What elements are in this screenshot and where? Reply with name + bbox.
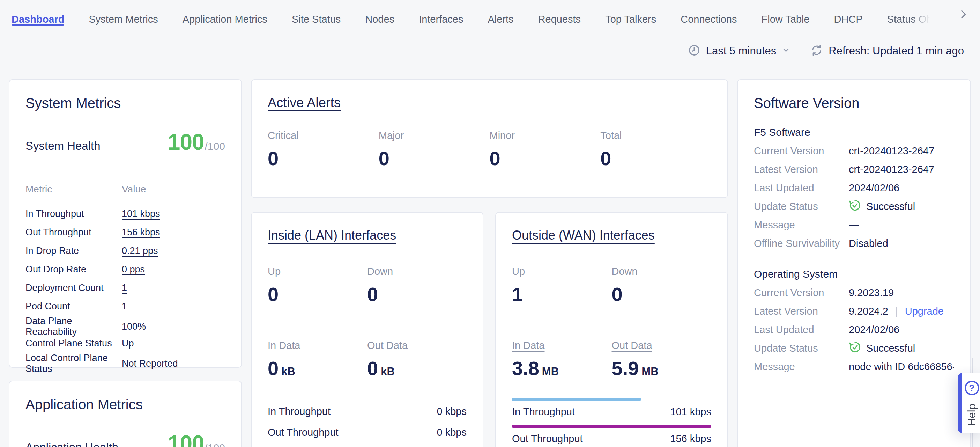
lan-down: Down 0	[367, 266, 467, 306]
up-value: 1	[512, 283, 612, 306]
table-row: Out Drop Rate0 pps	[25, 260, 225, 279]
sv-row-message: Messagenode with ID 6dc66856-1...	[754, 358, 954, 376]
dashboard-content: System Metrics System Health 100 /100 Me…	[9, 79, 971, 447]
out-data-value: 5.9MB	[612, 357, 712, 380]
alert-stat-critical: Critical 0	[268, 130, 379, 170]
operating-system-section-header: Operating System	[754, 268, 954, 280]
out-throughput-value: 0 kbps	[437, 426, 467, 439]
nav-scroll-right-button[interactable]	[956, 8, 970, 22]
lan-out-throughput-row: Out Throughput 0 kbps	[268, 426, 467, 439]
wan-out-throughput-bar	[512, 425, 711, 428]
lan-in-throughput-row: In Throughput 0 kbps	[268, 405, 467, 418]
in-data-link[interactable]: In Data	[512, 340, 545, 351]
in-throughput-value: 0 kbps	[437, 405, 467, 418]
in-data-unit: MB	[542, 365, 559, 377]
tab-requests[interactable]: Requests	[538, 7, 581, 32]
in-data-value: 3.8MB	[512, 357, 612, 380]
down-value: 0	[612, 283, 712, 306]
system-health-max: /100	[205, 140, 225, 152]
tab-alerts[interactable]: Alerts	[488, 7, 513, 32]
up-value: 0	[268, 283, 367, 306]
in-data-label: In Data	[268, 340, 367, 351]
alert-stats-row: Critical 0 Major 0 Minor 0 Total 0	[268, 130, 711, 170]
upgrade-link[interactable]: Upgrade	[905, 306, 944, 317]
total-label: Total	[600, 130, 711, 141]
lan-throughput: In Throughput 0 kbps Out Throughput 0 kb…	[268, 405, 467, 439]
wan-down: Down 0	[612, 266, 712, 306]
interfaces-row: Inside (LAN) Interfaces Up 0 Down 0 In D…	[251, 212, 728, 447]
metric-label: Local Control Plane Status	[25, 353, 122, 374]
refresh-icon	[810, 44, 823, 57]
tab-connections[interactable]: Connections	[681, 7, 737, 32]
lan-updown: Up 0 Down 0	[268, 266, 467, 306]
success-check-icon	[849, 199, 861, 214]
tab-interfaces[interactable]: Interfaces	[419, 7, 463, 32]
metric-value-link[interactable]: Not Reported	[122, 358, 225, 369]
metric-value-link[interactable]: 0 pps	[122, 264, 225, 275]
center-column: Active Alerts Critical 0 Major 0 Minor 0…	[251, 79, 728, 447]
metric-value-link[interactable]: 100%	[122, 321, 225, 332]
help-question-icon: ?	[965, 381, 979, 395]
out-throughput-label: Out Throughput	[268, 426, 339, 439]
lan-up: Up 0	[268, 266, 367, 306]
right-column: Software Version F5 Software Current Ver…	[737, 79, 971, 447]
table-row: In Throughput101 kbps	[25, 204, 225, 223]
success-check-icon	[849, 341, 861, 356]
metric-label: Data Plane Reachability	[25, 316, 122, 337]
tab-flow-table[interactable]: Flow Table	[762, 7, 810, 32]
critical-label: Critical	[268, 130, 379, 141]
table-row: Local Control Plane StatusNot Reported	[25, 353, 225, 371]
metric-value-link[interactable]: 156 kbps	[122, 227, 225, 238]
up-label: Up	[268, 266, 367, 277]
application-metrics-title: Application Metrics	[25, 397, 225, 412]
time-range-selector[interactable]: Last 5 minutes	[688, 44, 791, 57]
system-metrics-title: System Metrics	[25, 95, 225, 111]
help-tab[interactable]: ? Help	[958, 373, 980, 433]
wan-interfaces-title-link[interactable]: Outside (WAN) Interfaces	[512, 228, 655, 243]
metric-value-link[interactable]: 1	[122, 301, 225, 312]
time-range-value: Last 5 minutes	[706, 45, 776, 57]
tab-site-status[interactable]: Site Status	[292, 7, 340, 32]
wan-in-throughput-row: In Throughput 101 kbps	[512, 405, 711, 418]
metric-value-link[interactable]: Up	[122, 338, 225, 349]
tab-status-objects[interactable]: Status Ob	[887, 7, 932, 32]
tab-application-metrics[interactable]: Application Metrics	[183, 7, 267, 32]
active-alerts-card: Active Alerts Critical 0 Major 0 Minor 0…	[251, 79, 728, 198]
up-label: Up	[512, 266, 612, 277]
system-metrics-card: System Metrics System Health 100 /100 Me…	[9, 79, 242, 368]
tab-top-talkers[interactable]: Top Talkers	[605, 7, 656, 32]
wan-updown: Up 1 Down 0	[512, 266, 711, 306]
top-nav: Dashboard System Metrics Application Met…	[0, 0, 980, 32]
application-health-value: 100	[168, 431, 204, 447]
active-alerts-title-link[interactable]: Active Alerts	[268, 95, 340, 110]
down-label: Down	[612, 266, 712, 277]
tab-dhcp[interactable]: DHCP	[834, 7, 863, 32]
application-health-score: 100 /100	[168, 431, 225, 447]
operating-system-rows: Current Version9.2023.19 Latest Version …	[754, 284, 954, 376]
tab-dashboard[interactable]: Dashboard	[11, 7, 64, 32]
metric-label: Out Drop Rate	[25, 264, 122, 275]
down-value: 0	[367, 283, 467, 306]
out-throughput-value: 156 kbps	[670, 432, 711, 445]
lan-interfaces-title-link[interactable]: Inside (LAN) Interfaces	[268, 228, 396, 243]
divider: |	[895, 306, 898, 318]
out-data-link[interactable]: Out Data	[612, 340, 652, 351]
sv-row-latest-version: Latest Version 9.2024.2 | Upgrade	[754, 302, 954, 321]
metric-value-link[interactable]: 101 kbps	[122, 209, 225, 219]
sv-row: Message—	[754, 216, 954, 234]
alert-stat-major: Major 0	[379, 130, 490, 170]
os-latest-version-value: 9.2024.2	[849, 306, 888, 317]
metric-label: Out Throughput	[25, 227, 122, 238]
refresh-button[interactable]: Refresh: Updated 1 min ago	[810, 44, 964, 57]
application-health-max: /100	[205, 442, 225, 447]
metric-value-link[interactable]: 0.21 pps	[122, 246, 225, 256]
critical-value: 0	[268, 147, 379, 170]
metric-value-link[interactable]: 1	[122, 283, 225, 293]
in-throughput-label: In Throughput	[268, 405, 331, 418]
tab-nodes[interactable]: Nodes	[365, 7, 395, 32]
major-label: Major	[379, 130, 490, 141]
alert-stat-minor: Minor 0	[490, 130, 601, 170]
system-metrics-table: Metric Value In Throughput101 kbps Out T…	[25, 184, 225, 371]
tab-system-metrics[interactable]: System Metrics	[89, 7, 158, 32]
wan-out-data: Out Data 5.9MB	[612, 340, 712, 380]
